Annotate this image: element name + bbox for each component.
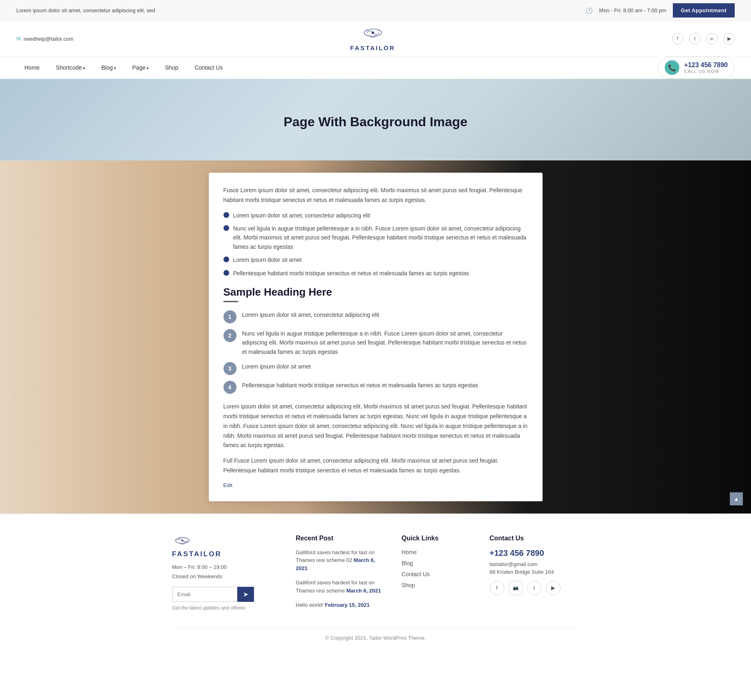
phone-number[interactable]: +123 456 7890 (684, 61, 728, 69)
bullet-text-2: Nunc vel ligula in augue tristique pelle… (233, 224, 528, 251)
footer-contact: Contact Us +123 456 7890 fastailor@gmail… (490, 535, 579, 616)
bullet-dot-4 (223, 270, 229, 276)
contact-heading: Contact Us (490, 535, 579, 542)
footer-grid: FASTAILOR Mon – Fri: 9:00 – 19:00 Closed… (172, 535, 579, 616)
quick-link-home-a[interactable]: Home (402, 549, 417, 555)
social-twitter[interactable]: t (689, 33, 701, 44)
footer-logo[interactable]: FASTAILOR (172, 535, 280, 558)
phone-label: CALL US NOW (684, 69, 728, 74)
recent-post-3: Hello world! February 15, 2021 (296, 601, 385, 609)
quick-link-contact-a[interactable]: Contact Us (402, 571, 430, 577)
num-circle-4: 4 (223, 381, 236, 394)
footer-logo-text: FASTAILOR (172, 550, 280, 558)
social-youtube[interactable]: ▶ (723, 33, 735, 44)
nav-item-blog[interactable]: Blog (93, 57, 124, 78)
footer-email-input[interactable] (172, 587, 237, 602)
svg-point-1 (372, 31, 374, 34)
back-to-top-button[interactable]: ▲ (730, 492, 743, 505)
social-facebook[interactable]: f (672, 33, 683, 44)
navigation: Home Shortcode Blog Page Shop Contact Us… (0, 56, 751, 79)
nav-link-contact[interactable]: Contact Us (186, 57, 231, 78)
footer-recent-post: Recent Post Galliford saves hardest for … (296, 535, 385, 616)
numbered-item-1: 1 Lorem ipsum dolor sit amet, consectetu… (223, 310, 528, 323)
recent-post-3-date[interactable]: February 15, 2021 (325, 602, 370, 608)
quick-link-shop-a[interactable]: Shop (402, 582, 415, 588)
footer-social-icons: f 📷 t ▶ (490, 581, 579, 595)
content-para2: Full Fusce Lorem ipsum dolor sit amet, c… (223, 456, 528, 476)
numbered-item-3: 3 Lorem ipsum dolor sit amet (223, 362, 528, 375)
nav-item-contact[interactable]: Contact Us (186, 57, 231, 78)
header-email: needhelp@tailor.com (24, 36, 73, 42)
num-circle-3: 3 (223, 362, 236, 375)
nav-link-page[interactable]: Page (124, 57, 157, 78)
bullet-item-1: Lorem ipsum dolor sit amet, consectetur … (223, 211, 528, 220)
nav-link-blog[interactable]: Blog (93, 57, 124, 78)
footer-hours: Mon – Fri: 9:00 – 19:00 Closed on Weeken… (172, 562, 280, 582)
quick-link-blog[interactable]: Blog (402, 560, 473, 566)
contact-email: fastailor@gmail.com (490, 561, 579, 567)
footer-social-youtube[interactable]: ▶ (546, 581, 561, 595)
recent-post-heading: Recent Post (296, 535, 385, 542)
quick-link-contact[interactable]: Contact Us (402, 571, 473, 577)
nav-phone: 📞 +123 456 7890 CALL US NOW (658, 57, 735, 79)
clock-icon: 🕐 (586, 7, 593, 14)
social-instagram[interactable]: in (706, 33, 718, 44)
contact-phone[interactable]: +123 456 7890 (490, 549, 579, 558)
contact-address: 68 Kristen Bridge Suite 164 (490, 569, 579, 575)
svg-point-3 (181, 540, 183, 541)
header: ✉ needhelp@tailor.com FASTAILOR f t in ▶ (0, 21, 751, 56)
footer-logo-svg (172, 535, 193, 549)
num-circle-2: 2 (223, 329, 236, 342)
bullet-item-2: Nunc vel ligula in augue tristique pelle… (223, 224, 528, 251)
footer-subscribe-button[interactable]: ➤ (237, 587, 254, 602)
top-bar-text: Lorem ipsum dolor sit amet, consectetur … (16, 7, 155, 13)
logo-text[interactable]: FASTAILOR (350, 44, 395, 51)
numbered-text-3: Lorem ipsum dolor sit amet (242, 362, 311, 371)
numbered-text-2: Nunc vel ligula in augue tristique pelle… (242, 329, 528, 356)
footer-social-facebook[interactable]: f (490, 581, 504, 595)
footer-hours-line1: Mon – Fri: 9:00 – 19:00 (172, 562, 280, 572)
recent-post-2-date[interactable]: March 6, 2021 (346, 588, 381, 594)
hero-title: Page With Background Image (284, 114, 467, 142)
content-card: Fusce Lorem ipsum dolor sit amet, consec… (209, 173, 543, 501)
logo-svg (361, 26, 385, 42)
get-appointment-button[interactable]: Get Appointment (673, 3, 735, 18)
quick-link-shop[interactable]: Shop (402, 582, 473, 588)
quick-link-blog-a[interactable]: Blog (402, 560, 413, 566)
header-left: ✉ needhelp@tailor.com (16, 35, 73, 42)
nav-item-shop[interactable]: Shop (157, 57, 186, 78)
quick-links-heading: Quick Links (402, 535, 473, 542)
phone-details: +123 456 7890 CALL US NOW (684, 61, 728, 74)
bullet-text-4: Pellentesque habitant morbi tristique se… (233, 269, 469, 278)
nav-item-home[interactable]: Home (16, 57, 48, 78)
phone-icon: 📞 (665, 60, 679, 75)
hero-banner: Page With Background Image (0, 79, 751, 160)
copyright-text: © Copyright 2021. Tailor WordPres Theme. (325, 635, 426, 641)
quick-link-home[interactable]: Home (402, 549, 473, 555)
nav-item-page[interactable]: Page (124, 57, 157, 78)
bullet-item-4: Pellentesque habitant morbi tristique se… (223, 269, 528, 278)
edit-link[interactable]: Edit (223, 482, 232, 488)
numbered-item-2: 2 Nunc vel ligula in augue tristique pel… (223, 329, 528, 356)
bullet-dot-3 (223, 257, 229, 262)
nav-link-shortcode[interactable]: Shortcode (48, 57, 93, 78)
intro-paragraph: Fusce Lorem ipsum dolor sit amet, consec… (223, 186, 528, 205)
nav-item-shortcode[interactable]: Shortcode (48, 57, 93, 78)
bullet-list: Lorem ipsum dolor sit amet, consectetur … (223, 211, 528, 278)
footer-social-twitter[interactable]: t (527, 581, 542, 595)
num-circle-1: 1 (223, 310, 236, 323)
footer-social-instagram[interactable]: 📷 (508, 581, 523, 595)
numbered-text-4: Pellentesque habitant morbi tristique se… (242, 381, 478, 390)
nav-link-shop[interactable]: Shop (157, 57, 186, 78)
nav-link-home[interactable]: Home (16, 57, 48, 78)
heading-underline (223, 301, 238, 302)
footer-subscribe-text: Get the latest updates and offeres (172, 605, 280, 611)
social-icons: f t in ▶ (672, 33, 735, 44)
footer: FASTAILOR Mon – Fri: 9:00 – 19:00 Closed… (0, 513, 751, 649)
top-bar: Lorem ipsum dolor sit amet, consectetur … (0, 0, 751, 21)
bullet-text-3: Lorem ipsum dolor sit amet (233, 255, 302, 264)
footer-quick-links: Quick Links Home Blog Contact Us Shop (402, 535, 473, 616)
numbered-text-1: Lorem ipsum dolor sit amet, consectetur … (242, 310, 379, 319)
recent-post-2: Galliford saves hardest for last on Tham… (296, 579, 385, 595)
content-para1: Lorem ipsum dolor sit amet, consectetur … (223, 402, 528, 450)
